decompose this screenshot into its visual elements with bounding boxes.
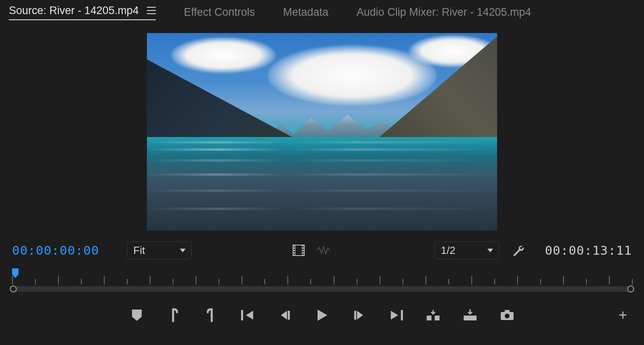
- svg-rect-19: [505, 310, 510, 312]
- ruler-tick: [402, 279, 403, 285]
- playhead[interactable]: [12, 268, 19, 278]
- export-frame-button[interactable]: [499, 307, 515, 323]
- ruler-tick: [264, 279, 265, 285]
- svg-rect-8: [302, 249, 304, 250]
- svg-rect-9: [302, 251, 304, 252]
- resolution-dropdown[interactable]: 1/2: [435, 241, 499, 259]
- time-ruler[interactable]: [12, 268, 632, 285]
- ruler-tick: [517, 276, 518, 285]
- panel-tab-bar: Source: River - 14205.mp4 Effect Control…: [5, 0, 639, 24]
- ruler-tick: [287, 276, 288, 285]
- zoom-handle-right[interactable]: [627, 285, 634, 293]
- svg-rect-13: [354, 311, 356, 320]
- source-monitor-panel: Source: River - 14205.mp4 Effect Control…: [0, 0, 644, 345]
- play-button[interactable]: [314, 307, 330, 323]
- mark-in-button[interactable]: [166, 307, 182, 323]
- svg-rect-10: [302, 254, 304, 255]
- chevron-down-icon: [180, 249, 186, 252]
- ruler-tick: [58, 276, 59, 285]
- svg-rect-5: [293, 251, 295, 252]
- zoom-level-dropdown[interactable]: Fit: [127, 241, 192, 259]
- ruler-tick: [242, 276, 242, 285]
- tab-effect-controls[interactable]: Effect Controls: [184, 6, 255, 19]
- drag-mode-icons: [292, 244, 330, 257]
- ruler-tick: [448, 279, 449, 285]
- ruler-tick: [127, 279, 128, 285]
- svg-rect-16: [435, 316, 440, 320]
- drag-video-icon[interactable]: [292, 244, 305, 257]
- video-frame[interactable]: [147, 33, 497, 231]
- insert-button[interactable]: [425, 307, 441, 323]
- ruler-tick: [150, 276, 151, 285]
- resolution-value: 1/2: [441, 244, 455, 257]
- ruler-tick: [494, 279, 495, 285]
- ruler-tick: [12, 276, 13, 285]
- tab-audio-clip-mixer[interactable]: Audio Clip Mixer: River - 14205.mp4: [357, 6, 531, 19]
- ruler-tick: [632, 279, 633, 285]
- ruler-tick: [425, 276, 426, 285]
- tab-source-label: Source: River - 14205.mp4: [9, 4, 139, 17]
- ruler-tick: [81, 279, 82, 285]
- ruler-tick: [334, 276, 334, 285]
- zoom-handle-left[interactable]: [10, 285, 17, 293]
- ruler-tick: [104, 276, 105, 285]
- zoom-scrollbar[interactable]: [12, 286, 632, 292]
- timecode-duration[interactable]: 00:00:13:11: [545, 243, 632, 258]
- tab-metadata[interactable]: Metadata: [283, 6, 328, 19]
- add-marker-button[interactable]: [129, 307, 145, 323]
- video-viewer: [5, 33, 639, 231]
- svg-rect-12: [288, 311, 290, 320]
- svg-rect-3: [293, 246, 295, 247]
- ruler-tick: [380, 276, 380, 285]
- step-back-button[interactable]: [277, 307, 293, 323]
- overwrite-button[interactable]: [462, 307, 478, 323]
- ruler-tick: [173, 279, 173, 285]
- ruler-tick: [219, 279, 219, 285]
- zoom-level-value: Fit: [133, 244, 145, 257]
- button-editor-icon[interactable]: +: [619, 307, 627, 324]
- svg-rect-4: [293, 249, 295, 250]
- go-to-out-button[interactable]: [388, 307, 404, 323]
- settings-icon[interactable]: [511, 243, 525, 257]
- ruler-tick: [471, 276, 472, 285]
- timecode-current[interactable]: 00:00:00:00: [12, 243, 99, 258]
- ruler-tick: [196, 276, 196, 285]
- drag-audio-icon[interactable]: [317, 244, 330, 257]
- mark-out-button[interactable]: [203, 307, 219, 323]
- svg-rect-14: [401, 310, 403, 320]
- step-forward-button[interactable]: [351, 307, 367, 323]
- chevron-down-icon: [487, 249, 493, 252]
- transport-controls: +: [5, 299, 639, 331]
- ruler-tick: [586, 279, 587, 285]
- svg-point-20: [505, 314, 510, 318]
- svg-rect-7: [302, 246, 304, 247]
- go-to-in-button[interactable]: [240, 307, 256, 323]
- ruler-tick: [563, 276, 564, 285]
- ruler-tick: [35, 279, 36, 285]
- svg-rect-11: [241, 310, 243, 320]
- svg-rect-15: [427, 316, 431, 320]
- ruler-tick: [609, 276, 610, 285]
- svg-rect-6: [293, 254, 295, 255]
- monitor-control-row: 00:00:00:00 Fit 1/2 00:00:13:11: [5, 236, 639, 264]
- ruler-tick: [357, 279, 357, 285]
- ruler-tick: [540, 279, 541, 285]
- tab-source[interactable]: Source: River - 14205.mp4: [9, 4, 156, 20]
- svg-rect-17: [464, 316, 477, 320]
- panel-menu-icon[interactable]: [147, 7, 156, 14]
- ruler-tick: [310, 279, 311, 285]
